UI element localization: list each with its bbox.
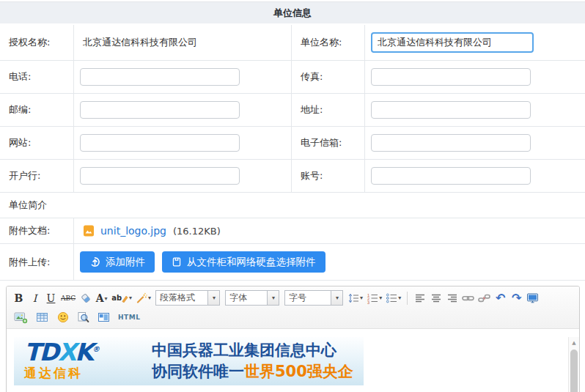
paragraph-format-value: 段落格式 — [155, 290, 208, 306]
bank-label: 开户行: — [0, 160, 73, 192]
link-icon — [462, 292, 474, 304]
add-attachment-label: 添加附件 — [106, 256, 145, 269]
editor-scrollbar[interactable]: ▲ — [568, 337, 579, 392]
address-input[interactable] — [371, 101, 531, 119]
font-family-select[interactable]: 字体 ▾ — [225, 290, 279, 306]
phone-label: 电话: — [0, 61, 73, 93]
chevron-down-icon: ▾ — [379, 295, 382, 301]
phone-input[interactable] — [80, 68, 240, 86]
fax-input[interactable] — [371, 68, 531, 86]
unlink-button[interactable] — [477, 290, 492, 306]
preview-button[interactable] — [76, 309, 91, 325]
editor-content-area[interactable]: TDXK® 通达信科 中国兵器工业集团信息中心 协同软件唯一世界500强央企 ▲ — [7, 337, 579, 392]
toolbar-row-1: B I U ABC A▾ ab ▾ ▾ 段落格式 ▾ 字体 — [11, 288, 575, 308]
banner-line1: 中国兵器工业集团信息中心 — [152, 340, 353, 361]
align-right-icon — [446, 292, 458, 304]
align-left-button[interactable] — [412, 290, 427, 306]
attachment-file-size: (16.12KB) — [173, 226, 221, 237]
align-center-button[interactable] — [428, 290, 444, 306]
toolbar-separator — [407, 292, 408, 305]
logo-x: X — [58, 338, 75, 366]
chevron-down-icon: ▾ — [360, 295, 363, 301]
underline-button[interactable]: U — [43, 290, 59, 306]
add-attachment-button[interactable]: 添加附件 — [80, 251, 155, 273]
font-family-value: 字体 — [225, 290, 268, 306]
quick-format-button[interactable]: ▾ — [134, 290, 152, 306]
italic-button[interactable]: I — [27, 290, 43, 306]
strikethrough-button[interactable]: ABC — [59, 290, 77, 306]
highlight-pen-icon — [122, 294, 128, 303]
emoticon-button[interactable] — [55, 309, 70, 325]
chevron-down-icon: ▾ — [148, 295, 151, 301]
insert-image-button[interactable] — [12, 309, 29, 325]
bank-input[interactable] — [80, 167, 240, 185]
line-height-icon — [347, 292, 359, 304]
zip-input[interactable] — [80, 101, 240, 119]
scrollbar-thumb[interactable] — [570, 350, 578, 392]
insert-table-button[interactable] — [34, 309, 50, 325]
account-input[interactable] — [371, 167, 531, 185]
row-site-email: 网站: 电子信箱: — [0, 127, 585, 160]
registered-mark: ® — [92, 345, 100, 353]
attachment-file-link[interactable]: unit_logo.jpg — [100, 225, 166, 237]
image-icon — [14, 311, 28, 324]
font-size-select[interactable]: 字号 ▾ — [284, 290, 343, 306]
upload-icon — [89, 256, 100, 267]
row-names: 授权名称: 北京通达信科科技有限公司 单位名称: — [0, 25, 585, 61]
chevron-down-icon: ▾ — [398, 295, 401, 301]
font-size-value: 字号 — [284, 290, 331, 306]
row-attachment-upload: 附件上传: 添加附件 从文件柜和网络硬盘选择附件 — [0, 244, 585, 281]
email-input[interactable] — [371, 134, 531, 152]
undo-button[interactable]: ↶ — [493, 290, 508, 306]
account-label: 账号: — [291, 160, 364, 192]
unordered-list-button[interactable]: ▾ — [384, 290, 402, 306]
image-file-icon — [83, 225, 95, 237]
unit-name-label: 单位名称: — [291, 25, 364, 60]
smiley-icon — [57, 311, 69, 323]
file-icon — [172, 256, 182, 267]
zip-label: 邮编: — [0, 94, 73, 126]
align-right-button[interactable] — [444, 290, 460, 306]
html-source-button[interactable]: HTML — [117, 309, 141, 325]
redo-button[interactable]: ↷ — [509, 290, 524, 306]
page-title: 单位信息 — [0, 1, 585, 23]
layout-button[interactable] — [96, 309, 111, 325]
highlight-label: ab — [111, 294, 122, 302]
email-label: 电子信箱: — [291, 127, 364, 159]
editor-toolbar: B I U ABC A▾ ab ▾ ▾ 段落格式 ▾ 字体 — [7, 286, 579, 329]
eraser-icon — [80, 292, 92, 304]
chevron-down-icon: ▾ — [272, 295, 275, 301]
attachment-upload-label: 附件上传: — [0, 244, 73, 280]
row-phone-fax: 电话: 传真: — [0, 61, 585, 94]
logo-k: K — [75, 338, 92, 366]
logo-subtext: 通达信科 — [24, 365, 136, 382]
paragraph-format-select[interactable]: 段落格式 ▾ — [155, 290, 220, 306]
banner-image[interactable]: TDXK® 通达信科 中国兵器工业集团信息中心 协同软件唯一世界500强央企 — [14, 337, 364, 385]
line-height-button[interactable]: ▾ — [346, 290, 364, 306]
bold-button[interactable]: B — [11, 290, 26, 306]
unit-name-input[interactable] — [371, 32, 534, 53]
align-center-icon — [430, 292, 442, 304]
banner-headline: 中国兵器工业集团信息中心 协同软件唯一世界500强央企 — [152, 340, 353, 383]
align-left-icon — [414, 292, 426, 304]
chevron-down-icon: ▾ — [129, 295, 132, 301]
ordered-list-button[interactable]: 123 ▾ — [365, 290, 383, 306]
magic-wand-icon — [136, 292, 147, 304]
select-from-cabinet-button[interactable]: 从文件柜和网络硬盘选择附件 — [162, 251, 325, 273]
table-icon — [36, 311, 48, 323]
banner-line2-orange: 世界500强央企 — [244, 363, 353, 380]
tdxk-logo: TDXK® 通达信科 — [24, 341, 136, 381]
font-color-button[interactable]: A▾ — [94, 290, 109, 306]
unlink-icon — [478, 292, 490, 304]
highlight-button[interactable]: ab ▾ — [110, 290, 133, 306]
scroll-up-arrow-icon[interactable]: ▲ — [569, 337, 579, 348]
magnifier-icon — [77, 311, 89, 323]
rich-text-editor: B I U ABC A▾ ab ▾ ▾ 段落格式 ▾ 字体 — [6, 286, 580, 392]
fullscreen-button[interactable] — [525, 290, 540, 306]
website-input[interactable] — [80, 134, 240, 152]
remove-format-button[interactable] — [78, 290, 93, 306]
link-button[interactable] — [460, 290, 476, 306]
authorized-name-label: 授权名称: — [0, 25, 73, 60]
chevron-down-icon: ▾ — [336, 295, 339, 301]
intro-label: 单位简介 — [0, 193, 585, 218]
